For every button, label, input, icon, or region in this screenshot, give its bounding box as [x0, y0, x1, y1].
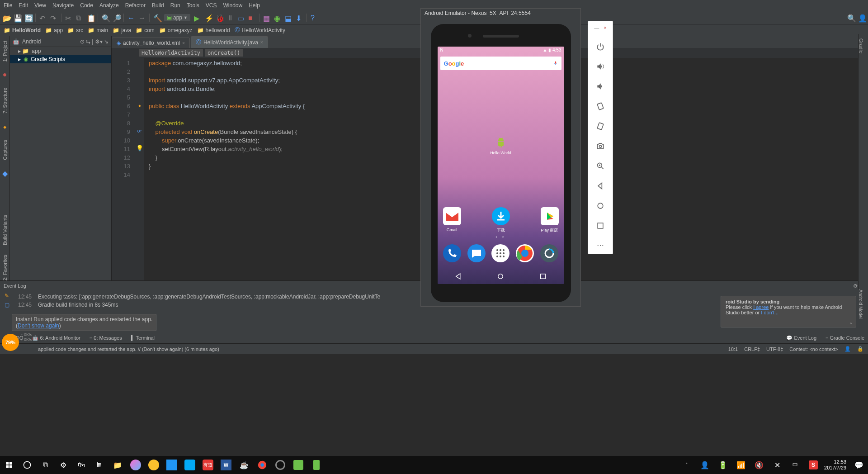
terminal-tab[interactable]: ▍ Terminal	[131, 335, 155, 341]
redo-icon[interactable]: ↷	[50, 14, 57, 21]
volume-down-button[interactable]	[593, 82, 608, 93]
rotate-right-button[interactable]	[593, 122, 608, 133]
recents-nav-icon[interactable]	[539, 272, 547, 280]
helloworld-app-icon[interactable]: Hello World	[438, 137, 564, 155]
minimize-icon[interactable]: —	[594, 25, 599, 30]
sogou-icon[interactable]: S	[806, 458, 821, 472]
menu-edit[interactable]: Edit	[19, 2, 28, 9]
ime-icon[interactable]: 中	[788, 458, 802, 472]
close-icon[interactable]: ×	[182, 41, 185, 46]
tool-project[interactable]: 1: Project	[2, 41, 8, 62]
play-store-app[interactable]: Play 商店	[541, 207, 559, 233]
back-nav-icon[interactable]	[454, 272, 462, 280]
sync-icon[interactable]: 🔄	[24, 14, 32, 21]
chrome-taskbar-icon[interactable]	[255, 458, 269, 472]
stop-icon[interactable]: ■	[248, 14, 255, 21]
home-nav-icon[interactable]	[496, 272, 505, 280]
agree-link[interactable]: I agree	[753, 304, 769, 310]
tool-structure[interactable]: 7: Structure	[2, 88, 8, 114]
tool-favorites[interactable]: 2: Favorites	[2, 255, 8, 280]
menu-analyze[interactable]: Analyze	[99, 2, 119, 9]
messages-icon[interactable]	[467, 244, 486, 262]
bulb-icon[interactable]: 💡	[135, 144, 144, 152]
crumb-project[interactable]: 📁 HelloWorld	[4, 27, 41, 33]
crumb-main[interactable]: 📁 main	[88, 27, 108, 33]
undo-icon[interactable]: ↶	[39, 14, 47, 21]
tab-java-activity[interactable]: Ⓒ HelloWorldActivity.java ×	[191, 36, 268, 48]
tool-gradle[interactable]: Gradle	[859, 38, 864, 53]
android-studio-taskbar-icon[interactable]	[291, 458, 306, 472]
lock-icon[interactable]: 🔒	[857, 346, 863, 352]
cut-icon[interactable]: ✂	[65, 14, 72, 21]
zoom-button[interactable]	[593, 161, 608, 172]
tab-layout-xml[interactable]: ◈ activity_hello_world.xml ×	[112, 38, 190, 48]
crumb-module[interactable]: 📁 app	[45, 27, 63, 33]
app-cloud-icon[interactable]	[183, 458, 197, 472]
close-icon[interactable]: ×	[604, 25, 606, 30]
menu-vcs[interactable]: VCS	[206, 2, 217, 9]
more-button[interactable]: ⋯	[593, 241, 608, 250]
taskbar-clock[interactable]: 12:53 2017/7/29	[824, 459, 848, 471]
crumb-class[interactable]: Ⓒ HelloWorldActivity	[235, 26, 285, 34]
avd-icon[interactable]: ◉	[274, 14, 281, 21]
phone-screen[interactable]: N ▲ ▮ 4:53 Google Hello World Gmail 下载	[438, 47, 564, 284]
menu-navigate[interactable]: Navigate	[52, 2, 74, 9]
app-blue-icon[interactable]	[165, 458, 179, 472]
menu-window[interactable]: Window	[223, 2, 242, 9]
event-log-tab[interactable]: 💬 Event Log	[786, 335, 816, 341]
tree-app[interactable]: ▸ 📁 app	[10, 47, 111, 55]
log-clear-icon[interactable]: ▢	[5, 302, 18, 308]
google-search-bar[interactable]: Google	[440, 57, 561, 70]
log-filter-icon[interactable]: ✎	[5, 293, 18, 299]
attach-icon[interactable]: ▭	[237, 14, 245, 21]
settings-taskbar-icon[interactable]: ⚙	[56, 458, 71, 472]
volume-up-button[interactable]	[593, 62, 608, 73]
store-icon[interactable]: 🛍	[74, 458, 89, 472]
build-icon[interactable]: 🔨	[153, 14, 160, 21]
people-icon[interactable]: 👤	[698, 458, 712, 472]
open-icon[interactable]: 📂	[3, 14, 10, 21]
bc-method[interactable]: onCreate()	[205, 49, 243, 57]
tool-android-model[interactable]: Android Model	[858, 289, 863, 318]
menu-tools[interactable]: Tools	[187, 2, 199, 9]
paste-icon[interactable]: 📋	[87, 14, 94, 21]
tool-build-variants[interactable]: Build Variants	[2, 215, 8, 245]
inspections-icon[interactable]: 👤	[844, 346, 851, 352]
menu-help[interactable]: Help	[249, 2, 260, 9]
wifi-icon[interactable]: 📶	[734, 458, 748, 472]
explorer-icon[interactable]: 📁	[110, 458, 125, 472]
menu-refactor[interactable]: Refactor	[125, 2, 146, 9]
crumb-pkg[interactable]: 📁 omegaxyz	[159, 27, 193, 33]
layout-icon[interactable]: ▦	[263, 14, 270, 21]
volume-tray-icon[interactable]: 🔇	[752, 458, 766, 472]
help-icon[interactable]: ?	[311, 14, 318, 21]
menu-run[interactable]: Run	[170, 2, 180, 9]
project-view-label[interactable]: Android	[22, 38, 41, 45]
chrome-icon[interactable]	[516, 244, 534, 262]
emulator-taskbar-icon[interactable]	[309, 458, 324, 472]
context-label[interactable]: Context: <no context>	[789, 346, 838, 352]
mic-icon[interactable]	[553, 60, 558, 66]
close-icon[interactable]: ×	[260, 40, 263, 45]
sdk-icon[interactable]: ⬓	[285, 14, 292, 21]
save-icon[interactable]: 💾	[14, 14, 21, 21]
tray-up-icon[interactable]: ˄	[679, 458, 694, 472]
override-marker-icon[interactable]: o↑	[135, 127, 144, 135]
emulator-window[interactable]: Android Emulator - Nexus_5X_API_24:5554 …	[420, 8, 581, 307]
crumb-subpkg[interactable]: 📁 helloworld	[197, 27, 230, 33]
line-ending[interactable]: CRLF‡	[744, 346, 760, 352]
copy-icon[interactable]: ⧉	[76, 14, 83, 21]
download-icon[interactable]: ⬇	[296, 14, 303, 21]
word-icon[interactable]: W	[219, 458, 233, 472]
home-button[interactable]	[593, 201, 608, 212]
tray-misc-icon[interactable]: ✕	[770, 458, 784, 472]
task-view-button[interactable]: ⧉	[38, 458, 52, 472]
app-java-icon[interactable]: ☕	[237, 458, 251, 472]
download-app[interactable]: 下载	[492, 207, 510, 233]
battery-tray-icon[interactable]: 🔋	[716, 458, 730, 472]
encoding[interactable]: UTF-8‡	[766, 346, 783, 352]
itunes-icon[interactable]	[128, 458, 143, 472]
tool-captures[interactable]: Captures	[2, 140, 8, 160]
dont-show-again-link[interactable]: Don't show again	[18, 322, 59, 329]
replace-icon[interactable]: 🔎	[113, 14, 120, 21]
